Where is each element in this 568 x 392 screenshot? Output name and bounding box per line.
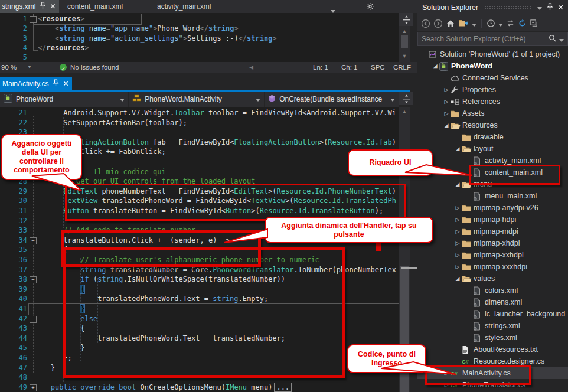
solution-icon: [428, 50, 440, 58]
zoom-caret-icon[interactable]: ▼: [27, 62, 32, 73]
tree-item-strings-xml[interactable]: strings.xml: [417, 320, 568, 332]
nav-forward-icon[interactable]: [433, 19, 443, 28]
expanded-arrow-icon[interactable]: ◢: [453, 146, 462, 152]
expanded-arrow-icon[interactable]: ◢: [431, 63, 439, 69]
tree-item-resources[interactable]: ◢Resources: [417, 119, 568, 131]
tree-item-menu-main-xml[interactable]: menu_main.xml: [417, 190, 568, 202]
tab-strings-xml[interactable]: strings.xml: [0, 0, 59, 13]
tree-item-mipmap-hdpi[interactable]: ▷mipmap-hdpi: [417, 214, 568, 226]
tree-item-phoneword[interactable]: ◢PhoneWord: [417, 60, 568, 72]
tree-item-connected-services[interactable]: Connected Services: [417, 72, 568, 84]
chevron-down-icon[interactable]: [472, 18, 476, 29]
refresh-icon[interactable]: [518, 19, 527, 28]
collapsed-arrow-icon[interactable]: ▷: [453, 252, 462, 258]
class-dropdown[interactable]: PhoneWord.MainActivity: [129, 92, 265, 107]
fold-marker-icon[interactable]: +: [30, 384, 37, 391]
split-handle[interactable]: [399, 92, 413, 105]
tab-activity-main-xml[interactable]: activity_main.xml: [152, 0, 216, 13]
code-line-5[interactable]: 5: [0, 53, 399, 62]
tree-item-label: mipmap-mdpi: [474, 227, 518, 236]
close-icon[interactable]: [50, 2, 56, 11]
code-line-22[interactable]: 22 SetSupportActionBar(toolbar);: [0, 118, 399, 128]
gear-icon[interactable]: [366, 2, 374, 13]
split-handle[interactable]: [399, 13, 413, 26]
tab-mainactivity-cs[interactable]: MainActivity.cs: [0, 77, 72, 90]
tree-item-values[interactable]: ◢values: [417, 273, 568, 285]
status-spaces[interactable]: SPC: [371, 62, 385, 73]
tree-item-properties[interactable]: ▷Properties: [417, 84, 568, 96]
search-box[interactable]: Search Solution Explorer (Ctrl+è): [417, 32, 568, 46]
tree-item-mipmap-xhdpi[interactable]: ▷mipmap-xhdpi: [417, 237, 568, 249]
close-icon[interactable]: [63, 80, 68, 88]
tree-item-ic-launcher-background[interactable]: ic_launcher_background: [417, 308, 568, 320]
tab-content-main-xml[interactable]: content_main.xml: [63, 0, 128, 13]
code-line-49[interactable]: 49+ public override bool OnCreateOptions…: [0, 383, 399, 392]
fold-marker-icon[interactable]: −: [30, 316, 37, 323]
tree-item-drawable[interactable]: drawable: [417, 131, 568, 143]
collapsed-arrow-icon[interactable]: ▷: [453, 217, 462, 223]
code-line-4[interactable]: 4</resources>: [0, 43, 399, 53]
tree-item-mipmap-xxxhdpi[interactable]: ▷mipmap-xxxhdpi: [417, 261, 568, 273]
expanded-arrow-icon[interactable]: ◢: [453, 181, 462, 187]
tree-item-aboutresources-txt[interactable]: AboutResources.txt: [417, 344, 568, 355]
nav-back-icon[interactable]: [421, 19, 430, 28]
code-navigation-bar: PhoneWord PhoneWord.MainActivity OnCreat…: [0, 92, 399, 107]
collapsed-arrow-icon[interactable]: ▷: [453, 205, 462, 211]
fold-marker-icon[interactable]: −: [30, 237, 37, 244]
folder-open-icon: [451, 122, 462, 129]
method-dropdown[interactable]: OnCreate(Bundle savedInstance: [265, 92, 399, 107]
tree-item-colors-xml[interactable]: colors.xml: [417, 285, 568, 296]
tree-item-dimens-xml[interactable]: dimens.xml: [417, 296, 568, 308]
tree-item-styles-xml[interactable]: styles.xml: [417, 332, 568, 344]
expanded-arrow-icon[interactable]: ◢: [453, 276, 462, 282]
collapsed-arrow-icon[interactable]: ▷: [442, 110, 451, 116]
scroll-up-icon[interactable]: ▲: [399, 109, 410, 115]
collapsed-arrow-icon[interactable]: ▷: [442, 99, 451, 104]
search-caret-icon[interactable]: [559, 34, 564, 44]
tree-item-assets[interactable]: ▷Assets: [417, 107, 568, 119]
folder-icon: [462, 204, 474, 212]
expanded-arrow-icon[interactable]: ◢: [442, 122, 451, 128]
scroll-up-icon[interactable]: ▲: [399, 28, 410, 34]
scroll-down-icon[interactable]: ▼: [399, 53, 410, 59]
tree-item-mipmap-xxhdpi[interactable]: ▷mipmap-xxhdpi: [417, 249, 568, 261]
switch-view-icon[interactable]: [458, 19, 469, 28]
xml-scroll-thumb[interactable]: [401, 35, 408, 48]
pending-changes-icon[interactable]: [487, 19, 495, 28]
fold-marker-icon[interactable]: −: [30, 276, 37, 283]
collapsed-arrow-icon[interactable]: ▷: [453, 228, 462, 234]
home-icon[interactable]: [446, 19, 455, 28]
close-icon[interactable]: [558, 4, 563, 12]
code-line-2[interactable]: 2 <string name="app_name">Phone Word</st…: [0, 24, 399, 33]
zoom-level[interactable]: 90 %: [1, 62, 17, 73]
code-line-3[interactable]: 3 <string name="action_settings">Setting…: [0, 34, 399, 43]
status-line[interactable]: Ln: 1: [313, 62, 328, 73]
sync-icon[interactable]: [506, 19, 515, 28]
tree-item-solution-phoneword-1-of-1-project-[interactable]: Solution 'PhoneWord' (1 of 1 project): [417, 48, 568, 60]
collapsed-arrow-icon[interactable]: ▷: [442, 87, 451, 93]
fold-marker-icon[interactable]: −: [30, 16, 37, 23]
xml-file-icon: [473, 334, 485, 342]
collapsed-arrow-icon[interactable]: ▷: [453, 264, 462, 270]
toolbar-separator: [481, 19, 482, 28]
collapse-all-icon[interactable]: [530, 19, 538, 28]
code-line-21[interactable]: 21 Android.Support.V7.Widget.Toolbar too…: [0, 108, 399, 118]
tree-item-layout[interactable]: ◢layout: [417, 143, 568, 155]
tree-item-references[interactable]: ▷References: [417, 96, 568, 107]
splitter-arrow-icon[interactable]: ◀: [249, 62, 253, 73]
collapsed-arrow-icon[interactable]: ▷: [453, 240, 462, 246]
project-dropdown[interactable]: PhoneWord: [0, 92, 129, 107]
status-column[interactable]: Ch: 1: [341, 62, 358, 73]
chevron-down-icon[interactable]: [498, 18, 503, 29]
pin-icon[interactable]: [40, 2, 46, 11]
pin-icon[interactable]: [53, 79, 59, 89]
pin-icon[interactable]: [547, 3, 553, 12]
window-menu-caret-icon[interactable]: [537, 4, 542, 12]
health-status[interactable]: No issues found: [70, 62, 119, 73]
status-line-endings[interactable]: CRLF: [393, 62, 411, 73]
panel-header[interactable]: Solution Explorer: [417, 0, 568, 15]
search-icon[interactable]: [549, 34, 556, 44]
android-project-icon: [4, 94, 12, 104]
tree-item-mipmap-mdpi[interactable]: ▷mipmap-mdpi: [417, 226, 568, 237]
tree-item-mipmap-anydpi-v26[interactable]: ▷mipmap-anydpi-v26: [417, 202, 568, 214]
